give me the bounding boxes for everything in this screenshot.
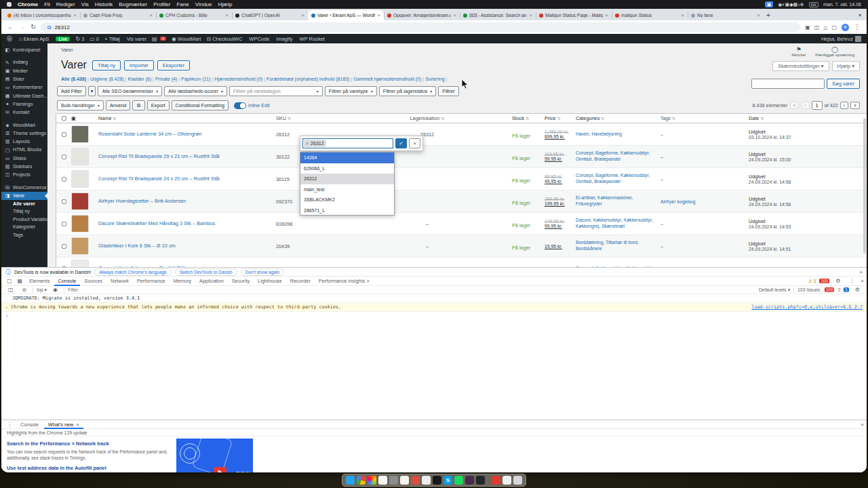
reminders-icon[interactable]	[411, 476, 420, 485]
row-checkbox[interactable]	[62, 199, 66, 204]
reload-icon[interactable]: ↻	[31, 24, 36, 30]
tab-close-icon[interactable]: ×	[149, 12, 153, 18]
wp-rocket-item[interactable]: WP Rocket	[298, 36, 325, 42]
help-button[interactable]: Hjælp ▾	[832, 61, 860, 71]
search-products-button[interactable]: Søg varer	[827, 79, 860, 89]
browser-tab[interactable]: CPH Customs - Billy×	[156, 10, 232, 20]
url-omnibox[interactable]: G 26312	[41, 22, 800, 32]
extension-icon[interactable]: △	[823, 24, 827, 30]
tab-close-icon[interactable]: ×	[605, 12, 608, 18]
keyboard-language-badge[interactable]: DK	[809, 2, 818, 7]
row-checkbox[interactable]	[62, 177, 66, 182]
forward-icon[interactable]: →	[19, 24, 26, 30]
devtools-tab[interactable]: Console	[54, 277, 81, 286]
spotify-icon[interactable]	[454, 476, 463, 485]
prev-page-button[interactable]: ‹	[801, 102, 809, 109]
last-page-button[interactable]: »	[850, 102, 860, 109]
confirm-button[interactable]: ✓	[395, 138, 407, 148]
tab-close-icon[interactable]: ×	[757, 12, 760, 18]
import-button[interactable]: Importér	[124, 60, 154, 70]
apply-button[interactable]: Anvend	[106, 100, 130, 110]
issues-label[interactable]: 103 Issues:	[797, 287, 821, 292]
product-categories-links[interactable]: Haven, Havebelysning	[576, 131, 655, 138]
settings-gear-button[interactable]: ⚙	[132, 100, 144, 110]
menubar-item-fil[interactable]: Fil	[44, 1, 50, 7]
wordpress-logo-icon[interactable]: Ⓦ	[7, 35, 14, 43]
back-icon[interactable]: ←	[7, 24, 14, 30]
clear-console-icon[interactable]: ⊘	[20, 287, 30, 293]
sidebar-submenu-item[interactable]: Alle varer	[1, 200, 47, 208]
location-option[interactable]: 14364	[300, 152, 394, 163]
product-thumbnail[interactable]	[71, 260, 89, 267]
browser-tab[interactable]: Mailgun Status Page - Mailg...×	[536, 10, 612, 20]
menubar-item-profiler[interactable]: Profiler	[153, 1, 170, 7]
live-badge[interactable]: Live	[54, 37, 70, 41]
drawer-tab-whatsnew[interactable]: What's new×	[44, 420, 83, 429]
warnings-badge[interactable]: ⚠ 1	[808, 279, 816, 284]
location-option[interactable]: 3SBLACKMK2	[300, 195, 394, 205]
export-button[interactable]: Export	[147, 100, 170, 110]
files-icon[interactable]	[422, 476, 431, 485]
checkoutwc-item[interactable]: ⊟CheckoutWC	[206, 36, 242, 42]
activity-button[interactable]: ⚑Aktivitet	[791, 46, 806, 57]
photos-icon[interactable]	[368, 476, 376, 485]
product-thumbnail[interactable]	[71, 192, 89, 210]
banner-pill-button[interactable]: Always match Chrome's language	[94, 268, 171, 276]
sidebar-item[interactable]: ▤Sider	[1, 75, 47, 83]
status-filter-link[interactable]: Sortering	[425, 77, 444, 81]
filter-control[interactable]: Alle SEO-bedømmelser	[98, 86, 162, 96]
sidebar-item[interactable]: ▦Ultimate Dash...	[1, 92, 47, 100]
devtools-kebab-icon[interactable]: ⋮	[846, 278, 857, 284]
trash-icon[interactable]	[513, 476, 522, 485]
current-page-input[interactable]	[812, 101, 823, 110]
filter-control[interactable]: Filtrer på lagerstatus	[379, 86, 437, 96]
tab-close-icon[interactable]: ×	[377, 12, 380, 18]
sidebar-item[interactable]: ▥Layouts	[1, 138, 47, 146]
article-title-link[interactable]: Use test address data in the Autofill pa…	[7, 465, 174, 471]
console-filter-input[interactable]	[68, 287, 108, 292]
sidebar-submenu-item[interactable]: Product Variations	[1, 216, 47, 224]
status-filter-link[interactable]: Papirkurv (11)	[181, 77, 210, 81]
location-column-header[interactable]: Lagerlokation	[342, 115, 512, 121]
devtools-close-icon[interactable]: ×	[861, 278, 864, 284]
product-categories-links[interactable]: Conzept, Bageforme, Køkkenudstyr, Ovnfas…	[576, 150, 655, 163]
sidebar-item[interactable]: ▭Slides	[1, 155, 47, 163]
sidebar-submenu-item[interactable]: Tilføj ny	[1, 208, 47, 216]
sidebar-item[interactable]: ☰Theme settings	[1, 129, 47, 138]
menubar-app-name[interactable]: Chrome	[18, 1, 38, 7]
devtools-tab[interactable]: Sources	[80, 277, 106, 286]
filter-control[interactable]: ▾	[88, 86, 96, 96]
whatsnew-video-thumbnail[interactable]: ▶ new	[176, 439, 253, 472]
tab-close-icon[interactable]: ×	[73, 12, 77, 18]
site-name[interactable]: ⌂Ekram ApS	[19, 36, 49, 42]
tab-close-icon[interactable]: ×	[225, 12, 229, 18]
browser-tab[interactable]: [83] - Assistance: Search an...×	[460, 10, 536, 20]
name-column-header[interactable]: Name	[98, 115, 276, 121]
notes-icon[interactable]	[400, 476, 409, 485]
product-categories-links[interactable]: El-artikler, Køkkenmaskiner, Frituregryd…	[576, 195, 655, 207]
status-icon[interactable]: ⊕	[800, 2, 804, 7]
add-new-button[interactable]: Tilføj ny	[92, 60, 121, 70]
devtools-tab[interactable]: Memory	[170, 277, 195, 286]
log-levels-selector[interactable]: Default levels ▾	[759, 287, 790, 293]
price-column-header[interactable]: Price	[545, 115, 576, 121]
warning-source-link[interactable]: load-scripts.php?c=0,e,utils&ver=6.6.2:7	[751, 304, 863, 310]
context-selector[interactable]: top ▾	[37, 287, 47, 293]
view-products-item[interactable]: Vis varer	[125, 36, 146, 42]
apple-logo-icon[interactable]	[7, 2, 12, 7]
product-name-link[interactable]: Conzept Kartoffelpresser – Rustfrit Stål	[98, 265, 269, 267]
banner-pill-button[interactable]: Switch DevTools to Danish	[175, 268, 237, 276]
inline-edit-toggle[interactable]	[234, 102, 246, 109]
sidebar-item[interactable]: ◧Kontrolpanel	[1, 46, 47, 54]
clock-icon[interactable]	[433, 476, 441, 485]
select-all-checkbox[interactable]	[62, 116, 66, 121]
cancel-button[interactable]: ×	[409, 138, 420, 148]
menubar-item-vis[interactable]: Vis	[81, 1, 89, 7]
device-toolbar-icon[interactable]: ▦	[15, 278, 26, 284]
sidebar-item[interactable]: ◫Projects	[1, 171, 47, 179]
issues-info-badge[interactable]: 1	[844, 287, 849, 292]
row-checkbox[interactable]	[62, 132, 66, 137]
status-filter-link[interactable]: Kladder (6)	[127, 77, 151, 81]
product-name-link[interactable]: Conzept Rist Til Bradepande 24 x 20 cm –…	[98, 176, 269, 182]
selected-location-chip[interactable]: ×26312	[304, 140, 326, 147]
